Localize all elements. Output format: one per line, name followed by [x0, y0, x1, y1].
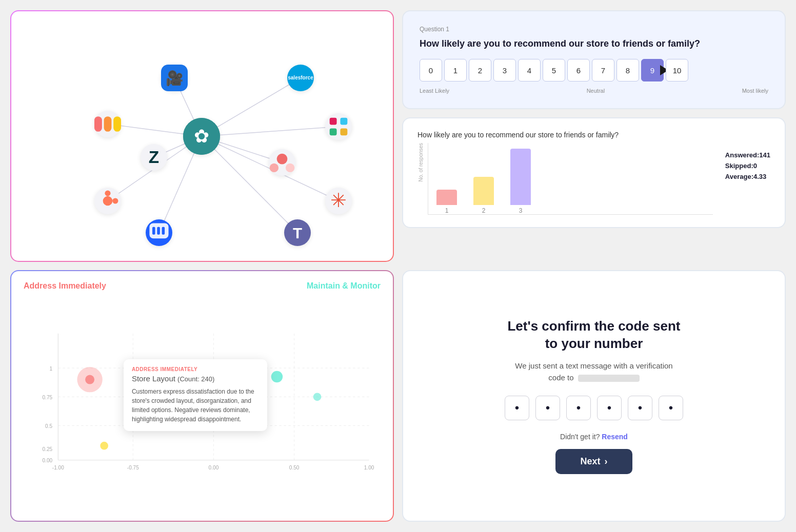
nps-panel: Question 1 How likely are you to recomme…	[402, 10, 786, 109]
scatter-tooltip: ADDRESS IMMEDIATELY Store Layout (Count:…	[124, 359, 267, 431]
scatter-panel: Address Immediately Maintain & Monitor 1…	[10, 270, 394, 522]
chart-title: How likely are you to recommend our stor…	[417, 131, 770, 139]
bar-label-3: 3	[519, 207, 523, 214]
svg-point-60	[100, 442, 108, 450]
scatter-header: Address Immediately Maintain & Monitor	[24, 281, 381, 291]
teams-node: T	[284, 219, 311, 246]
network-diagram: ✿ 🎥 salesforce	[53, 34, 351, 239]
svg-text:✿: ✿	[194, 126, 209, 147]
integrations-panel: ✿ 🎥 salesforce	[10, 10, 394, 262]
nps-cell-6[interactable]: 6	[567, 59, 590, 81]
code-input-3[interactable]: •	[566, 396, 591, 420]
main-grid: ✿ 🎥 salesforce	[10, 10, 786, 522]
svg-rect-32	[152, 227, 155, 234]
nps-cell-3[interactable]: 3	[493, 59, 516, 81]
nps-cell-1[interactable]: 1	[444, 59, 467, 81]
svg-rect-20	[340, 128, 347, 135]
snowflake-node: ✳	[325, 188, 352, 214]
bar-2	[473, 177, 494, 205]
nps-label-left: Least Likely	[420, 88, 449, 94]
tooltip-title: Store Layout (Count: 240)	[132, 374, 259, 383]
average-stat: Average:4.33	[725, 173, 770, 180]
next-chevron: ›	[605, 456, 608, 467]
nps-scale: 0 1 2 3 4 5 6 7 8 9 10	[420, 59, 768, 81]
code-input-6[interactable]: •	[659, 396, 683, 420]
asana-node	[269, 149, 295, 176]
right-column: Question 1 How likely are you to recomme…	[402, 10, 786, 262]
svg-point-55	[85, 375, 94, 384]
verify-panel: Let's confirm the code sentto your numbe…	[402, 270, 786, 522]
code-input-2[interactable]: •	[535, 396, 560, 420]
resend-link[interactable]: Resend	[602, 433, 628, 441]
svg-text:0.5: 0.5	[45, 423, 52, 429]
salesforce-node: salesforce	[287, 65, 314, 91]
answered-label: Answered:	[725, 151, 759, 159]
nps-cell-5[interactable]: 5	[543, 59, 565, 81]
monday-node	[94, 111, 121, 137]
average-label: Average:	[725, 173, 753, 180]
svg-rect-18	[340, 117, 347, 125]
code-input-1[interactable]: •	[505, 396, 529, 420]
svg-point-24	[286, 163, 294, 172]
next-button[interactable]: Next ›	[555, 449, 632, 474]
verify-subtitle: We just sent a text message with a verif…	[515, 360, 672, 383]
svg-point-22	[277, 153, 288, 164]
chart-area: No. of responses 1 2 3	[417, 143, 770, 215]
zoom-node: 🎥	[161, 65, 188, 91]
svg-point-58	[271, 371, 283, 382]
average-value: 4.33	[753, 173, 766, 180]
bar-3	[510, 149, 531, 205]
answered-stat: Answered:141	[725, 151, 770, 159]
verify-title: Let's confirm the code sentto your numbe…	[507, 318, 680, 353]
bar-group-3: 3	[510, 149, 531, 214]
skipped-value: 0	[753, 162, 757, 170]
svg-point-26	[105, 190, 110, 196]
bar-label-2: 2	[482, 207, 486, 214]
resend-text: Didn't get it? Resend	[560, 433, 628, 441]
nps-cell-4[interactable]: 4	[518, 59, 541, 81]
svg-rect-16	[113, 116, 121, 132]
svg-text:✳: ✳	[330, 189, 347, 211]
svg-text:T: T	[293, 224, 302, 241]
svg-text:🎥: 🎥	[166, 70, 184, 87]
svg-text:0.00: 0.00	[209, 465, 219, 470]
scatter-container: 1 0.75 0.5 0.25 0.00 -1.00 -0.75 0.00 0.…	[24, 295, 381, 510]
nps-cell-7[interactable]: 7	[592, 59, 614, 81]
chart-stats: Answered:141 Skipped:0 Average:4.33	[725, 151, 770, 180]
nps-label-center: Neutral	[587, 88, 605, 94]
chart-graph: No. of responses 1 2 3	[417, 143, 713, 215]
skipped-label: Skipped:	[725, 162, 753, 170]
bar-1	[436, 190, 457, 205]
svg-point-28	[112, 198, 118, 203]
nps-cell-2[interactable]: 2	[469, 59, 491, 81]
verify-phone	[578, 375, 640, 382]
nps-cell-9[interactable]: 9	[641, 59, 664, 81]
svg-text:Z: Z	[149, 148, 159, 167]
svg-rect-19	[330, 128, 337, 135]
y-axis-label: No. of responses	[418, 143, 424, 182]
svg-rect-14	[94, 116, 102, 132]
zendesk-node: Z	[141, 144, 167, 171]
center-node: ✿	[183, 118, 220, 155]
nps-cell-8[interactable]: 8	[616, 59, 639, 81]
svg-text:0.50: 0.50	[289, 465, 300, 470]
svg-rect-33	[157, 227, 160, 234]
tooltip-category: ADDRESS IMMEDIATELY	[132, 366, 259, 372]
scatter-label-left: Address Immediately	[24, 281, 106, 291]
nps-label-right: Most likely	[742, 88, 768, 94]
svg-line-3	[202, 127, 339, 136]
answered-value: 141	[759, 151, 770, 159]
tooltip-count: (Count: 240)	[177, 375, 214, 383]
hubspot-node	[94, 188, 121, 214]
nps-cell-0[interactable]: 0	[420, 59, 442, 81]
svg-rect-15	[104, 116, 112, 132]
svg-text:1.00: 1.00	[364, 465, 374, 470]
nps-cell-10[interactable]: 10	[666, 59, 688, 81]
code-input-5[interactable]: •	[628, 396, 652, 420]
nps-question-text: How likely are you to recommend our stor…	[420, 38, 768, 50]
svg-text:-1.00: -1.00	[52, 465, 64, 470]
slack-node	[325, 113, 352, 140]
chart-panel: How likely are you to recommend our stor…	[402, 117, 786, 228]
code-input-4[interactable]: •	[597, 396, 622, 420]
svg-rect-34	[162, 227, 165, 234]
